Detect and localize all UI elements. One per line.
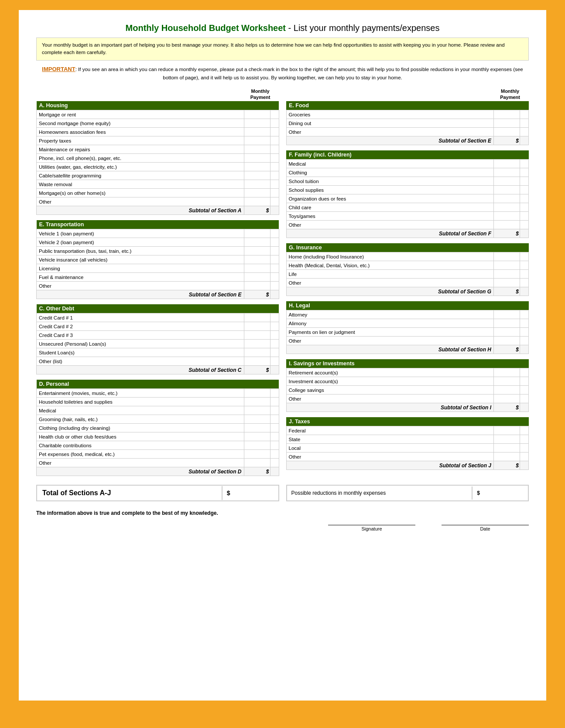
check-cell[interactable] [270, 313, 279, 322]
amount-cell[interactable] [244, 450, 270, 459]
check-cell[interactable] [270, 406, 279, 415]
check-cell[interactable] [270, 441, 279, 450]
check-cell[interactable] [520, 377, 529, 386]
check-cell[interactable] [520, 119, 529, 128]
check-cell[interactable] [520, 186, 529, 194]
amount-cell[interactable] [494, 252, 520, 261]
check-cell[interactable] [520, 177, 529, 186]
check-cell[interactable] [270, 238, 279, 247]
amount-cell[interactable] [494, 110, 520, 119]
amount-cell[interactable] [494, 452, 520, 461]
check-cell[interactable] [270, 398, 279, 406]
check-cell[interactable] [270, 340, 279, 348]
amount-cell[interactable] [494, 368, 520, 377]
amount-cell[interactable] [494, 203, 520, 212]
amount-cell[interactable] [244, 238, 270, 247]
check-cell[interactable] [520, 160, 529, 168]
amount-cell[interactable] [244, 110, 270, 119]
check-cell[interactable] [520, 212, 529, 221]
total-amount-field[interactable] [235, 490, 278, 497]
amount-cell[interactable] [244, 348, 270, 357]
check-cell[interactable] [270, 255, 279, 264]
check-cell[interactable] [270, 229, 279, 238]
check-cell[interactable] [520, 386, 529, 395]
amount-cell[interactable] [244, 255, 270, 264]
amount-cell[interactable] [244, 171, 270, 180]
check-cell[interactable] [270, 189, 279, 197]
amount-cell[interactable] [244, 197, 270, 206]
amount-cell[interactable] [244, 136, 270, 145]
amount-cell[interactable] [244, 119, 270, 128]
check-cell[interactable] [270, 459, 279, 467]
amount-cell[interactable] [494, 386, 520, 395]
amount-cell[interactable] [244, 282, 270, 290]
check-cell[interactable] [270, 273, 279, 282]
amount-cell[interactable] [494, 270, 520, 279]
amount-cell[interactable] [494, 194, 520, 203]
check-cell[interactable] [520, 452, 529, 461]
amount-cell[interactable] [244, 313, 270, 322]
amount-cell[interactable] [494, 119, 520, 128]
amount-cell[interactable] [244, 145, 270, 154]
amount-cell[interactable] [244, 229, 270, 238]
check-cell[interactable] [520, 435, 529, 444]
check-cell[interactable] [270, 197, 279, 206]
amount-cell[interactable] [494, 221, 520, 229]
check-cell[interactable] [270, 171, 279, 180]
amount-cell[interactable] [244, 264, 270, 273]
check-cell[interactable] [270, 282, 279, 290]
amount-cell[interactable] [494, 177, 520, 186]
check-cell[interactable] [520, 221, 529, 229]
amount-cell[interactable] [244, 128, 270, 136]
check-cell[interactable] [270, 357, 279, 366]
check-cell[interactable] [520, 368, 529, 377]
check-cell[interactable] [270, 247, 279, 255]
check-cell[interactable] [520, 110, 529, 119]
amount-cell[interactable] [244, 424, 270, 432]
possible-amount-field[interactable] [484, 490, 528, 497]
amount-cell[interactable] [494, 395, 520, 403]
amount-cell[interactable] [494, 261, 520, 270]
check-cell[interactable] [270, 180, 279, 189]
check-cell[interactable] [270, 163, 279, 171]
amount-cell[interactable] [494, 328, 520, 337]
check-cell[interactable] [270, 119, 279, 128]
amount-cell[interactable] [244, 273, 270, 282]
amount-cell[interactable] [494, 168, 520, 177]
check-cell[interactable] [520, 270, 529, 279]
amount-cell[interactable] [494, 160, 520, 168]
check-cell[interactable] [520, 203, 529, 212]
check-cell[interactable] [520, 128, 529, 136]
check-cell[interactable] [270, 110, 279, 119]
amount-cell[interactable] [244, 459, 270, 467]
check-cell[interactable] [520, 310, 529, 319]
check-cell[interactable] [270, 415, 279, 424]
amount-cell[interactable] [494, 426, 520, 435]
check-cell[interactable] [270, 145, 279, 154]
amount-cell[interactable] [494, 444, 520, 452]
amount-cell[interactable] [244, 357, 270, 366]
check-cell[interactable] [270, 389, 279, 398]
amount-cell[interactable] [244, 389, 270, 398]
amount-cell[interactable] [494, 319, 520, 328]
amount-cell[interactable] [244, 247, 270, 255]
check-cell[interactable] [270, 331, 279, 340]
signature-field[interactable]: Signature [328, 525, 415, 531]
check-cell[interactable] [520, 261, 529, 270]
amount-cell[interactable] [494, 377, 520, 386]
amount-cell[interactable] [244, 340, 270, 348]
amount-cell[interactable] [244, 163, 270, 171]
amount-cell[interactable] [494, 310, 520, 319]
amount-cell[interactable] [244, 180, 270, 189]
amount-cell[interactable] [244, 189, 270, 197]
check-cell[interactable] [520, 426, 529, 435]
amount-cell[interactable] [244, 154, 270, 163]
check-cell[interactable] [520, 252, 529, 261]
amount-cell[interactable] [244, 406, 270, 415]
amount-cell[interactable] [494, 212, 520, 221]
amount-cell[interactable] [494, 279, 520, 287]
check-cell[interactable] [520, 328, 529, 337]
check-cell[interactable] [270, 424, 279, 432]
amount-cell[interactable] [244, 432, 270, 441]
check-cell[interactable] [520, 279, 529, 287]
